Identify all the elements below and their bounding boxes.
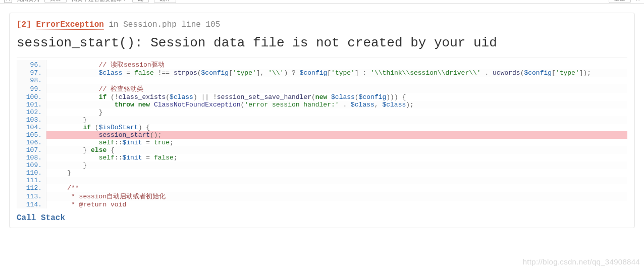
line-source xyxy=(46,77,628,84)
line-source: if ($isDoStart) { xyxy=(46,124,628,131)
code-line: 107. } else { xyxy=(17,146,627,154)
code-line: 112. /** xyxy=(17,184,627,192)
code-line: 101. throw new ClassNotFoundException('e… xyxy=(17,101,627,109)
code-line: 102. } xyxy=(17,109,627,116)
line-source: self::$init = true; xyxy=(46,139,628,146)
code-line: 110. } xyxy=(17,169,627,177)
line-source: * @return void xyxy=(46,201,628,208)
exception-class[interactable]: ErrorException xyxy=(36,20,103,30)
line-number: 103. xyxy=(17,116,46,124)
error-panel: [2] ErrorException in Session.php line 1… xyxy=(9,13,635,228)
error-message: session_start(): Session data file is no… xyxy=(17,35,627,50)
code-line: 96. // 读取session驱动 xyxy=(17,60,627,69)
code-line: 103. } xyxy=(17,116,627,124)
translate-language-dropdown[interactable]: 英语 xyxy=(44,0,67,3)
code-line: 105. session_start(); xyxy=(17,131,627,139)
line-number: 98. xyxy=(17,77,46,84)
line-number: 109. xyxy=(17,162,46,169)
error-location: Session.php line 105 xyxy=(123,20,220,29)
line-source: } xyxy=(46,116,628,124)
line-number: 111. xyxy=(17,177,46,184)
line-number: 101. xyxy=(17,101,46,109)
code-line: 114. * @return void xyxy=(17,201,627,208)
line-source: // 读取session驱动 xyxy=(46,60,628,69)
code-line: 97. $class = false !== strpos($config['t… xyxy=(17,69,627,77)
translate-icon: A xyxy=(4,0,12,3)
translate-bar: A 此网页为 英语 网页，是否需要翻译？ 翻 翻译 退出 × xyxy=(0,0,644,4)
line-number: 106. xyxy=(17,139,46,146)
line-source xyxy=(46,177,628,184)
line-source: self::$init = false; xyxy=(46,154,628,162)
line-source: * session自动启动或者初始化 xyxy=(46,192,628,201)
line-number: 105. xyxy=(17,131,46,139)
line-number: 102. xyxy=(17,109,46,116)
line-source: } else { xyxy=(46,146,628,154)
line-number: 99. xyxy=(17,84,46,93)
line-source: $class = false !== strpos($config['type'… xyxy=(46,69,628,77)
translate-btn-right[interactable]: 退出 xyxy=(609,0,631,3)
error-header: [2] ErrorException in Session.php line 1… xyxy=(17,20,627,58)
code-line: 98. xyxy=(17,77,627,84)
line-number: 97. xyxy=(17,69,46,77)
line-number: 112. xyxy=(17,184,46,192)
code-line: 113. * session自动启动或者初始化 xyxy=(17,192,627,201)
line-source: throw new ClassNotFoundException('error … xyxy=(46,101,628,109)
code-line: 104. if ($isDoStart) { xyxy=(17,124,627,131)
code-table: 96. // 读取session驱动97. $class = false !==… xyxy=(17,60,627,208)
line-source: } xyxy=(46,169,628,177)
line-source: if (!class_exists($class) || !session_se… xyxy=(46,93,628,101)
translate-btn-a[interactable]: 翻 xyxy=(132,0,149,3)
translate-label-left: 此网页为 xyxy=(17,0,39,3)
line-source: } xyxy=(46,162,628,169)
source-code: 96. // 读取session驱动97. $class = false !==… xyxy=(17,60,627,208)
line-number: 114. xyxy=(17,201,46,208)
code-line: 108. self::$init = false; xyxy=(17,154,627,162)
line-number: 107. xyxy=(17,146,46,154)
line-number: 100. xyxy=(17,93,46,101)
code-line: 99. // 检查驱动类 xyxy=(17,84,627,93)
translate-label-right: 网页，是否需要翻译？ xyxy=(72,0,127,3)
code-line: 109. } xyxy=(17,162,627,169)
header-in: in xyxy=(109,20,118,29)
code-line: 111. xyxy=(17,177,627,184)
line-source: session_start(); xyxy=(46,131,628,139)
error-code: [2] xyxy=(17,20,31,29)
line-number: 113. xyxy=(17,192,46,201)
close-icon[interactable]: × xyxy=(636,0,640,3)
line-number: 96. xyxy=(17,60,46,69)
line-source: // 检查驱动类 xyxy=(46,84,628,93)
call-stack-title: Call Stack xyxy=(10,208,634,228)
line-number: 110. xyxy=(17,169,46,177)
code-line: 100. if (!class_exists($class) || !sessi… xyxy=(17,93,627,101)
line-source: /** xyxy=(46,184,628,192)
code-line: 106. self::$init = true; xyxy=(17,139,627,146)
line-number: 108. xyxy=(17,154,46,162)
translate-btn-b[interactable]: 翻译 xyxy=(154,0,176,3)
line-number: 104. xyxy=(17,124,46,131)
line-source: } xyxy=(46,109,628,116)
